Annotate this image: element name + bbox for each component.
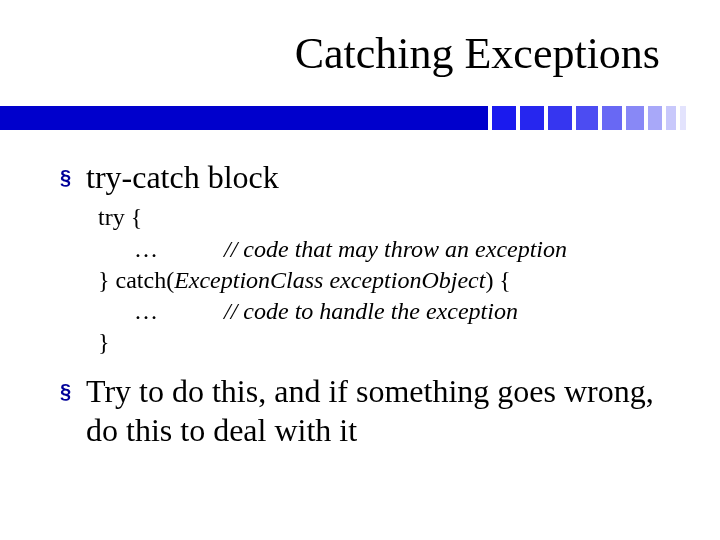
accent-box <box>576 106 598 130</box>
accent-box <box>548 106 572 130</box>
accent-box <box>602 106 622 130</box>
accent-box <box>626 106 644 130</box>
code-text: ) { <box>485 267 511 293</box>
accent-box <box>520 106 544 130</box>
code-param: ExceptionClass exceptionObject <box>174 267 485 293</box>
code-line: try { <box>98 202 670 233</box>
accent-box <box>492 106 516 130</box>
code-line: } <box>98 327 670 358</box>
code-line: … // code to handle the exception <box>98 296 670 327</box>
slide: Catching Exceptions § try-catch block tr… <box>0 0 720 540</box>
content-area: § try-catch block try { … // code that m… <box>60 158 670 453</box>
code-text: … <box>98 236 224 262</box>
accent-box <box>680 106 686 130</box>
code-text: } catch( <box>98 267 174 293</box>
bullet-text: try-catch block <box>86 158 279 196</box>
code-line: } catch(ExceptionClass exceptionObject) … <box>98 265 670 296</box>
bullet-text: Try to do this, and if something goes wr… <box>86 372 670 449</box>
bullet-icon: § <box>60 160 76 194</box>
bullet-item: § Try to do this, and if something goes … <box>60 372 670 449</box>
slide-title: Catching Exceptions <box>295 28 660 79</box>
accent-box <box>648 106 662 130</box>
code-text: } <box>98 329 110 355</box>
code-text: … <box>98 298 224 324</box>
accent-bar <box>0 106 720 130</box>
code-comment: // code to handle the exception <box>224 298 518 324</box>
code-comment: // code that may throw an exception <box>224 236 567 262</box>
code-block: try { … // code that may throw an except… <box>98 202 670 358</box>
accent-box <box>666 106 676 130</box>
bullet-item: § try-catch block <box>60 158 670 196</box>
accent-solid <box>0 106 488 130</box>
code-line: … // code that may throw an exception <box>98 234 670 265</box>
code-text: try { <box>98 204 142 230</box>
bullet-icon: § <box>60 374 76 408</box>
